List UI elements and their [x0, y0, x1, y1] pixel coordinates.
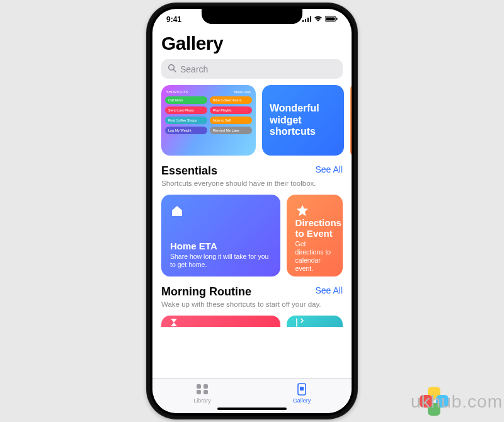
shortcut-card-home-eta[interactable]: Home ETA Share how long it will take for… — [161, 195, 280, 277]
essentials-carousel[interactable]: Home ETA Share how long it will take for… — [161, 195, 343, 277]
svg-rect-14 — [300, 387, 304, 391]
card-title: Directions to Event — [295, 217, 334, 239]
hero-card-wonderful[interactable]: Wonderful widget shortcuts — [262, 85, 344, 156]
grid-icon — [195, 383, 209, 397]
tab-label: Library — [193, 397, 211, 404]
status-time: 9:41 — [166, 15, 181, 24]
svg-rect-2 — [307, 18, 309, 22]
battery-icon — [325, 15, 338, 24]
hourglass-icon — [169, 318, 179, 327]
shortcut-card-directions[interactable]: Directions to Event Get directions to ca… — [287, 195, 343, 277]
widget-pill: Log My Weight — [165, 127, 207, 134]
shortcut-card-morning-2[interactable] — [287, 316, 343, 327]
utensils-icon — [294, 318, 304, 327]
hero-carousel[interactable]: SHORTCUTS Show Less Call Mom Bike to Nex… — [161, 85, 343, 156]
svg-rect-6 — [336, 18, 338, 20]
svg-rect-12 — [203, 390, 208, 394]
widget-pill: Play Playlist — [210, 106, 252, 114]
tab-library[interactable]: Library — [152, 379, 252, 408]
section-subtitle-essentials: Shortcuts everyone should have in their … — [161, 179, 343, 188]
wifi-icon — [314, 15, 323, 24]
screen: 9:41 Gallery — [152, 9, 352, 413]
widget-pill: Bike to Next Event — [210, 96, 252, 104]
card-desc: Share how long it will take for you to g… — [170, 253, 272, 269]
content-area[interactable]: Gallery Search SHORTCUTS Show Less — [152, 30, 352, 378]
section-subtitle-morning: Wake up with these shortcuts to start of… — [161, 300, 343, 309]
widget-pill: Call Mom — [165, 96, 207, 104]
widget-pill: Find Coffee Shops — [165, 117, 207, 124]
morning-carousel[interactable] — [161, 316, 343, 327]
tab-label: Gallery — [293, 397, 311, 404]
widget-header-label: SHORTCUTS — [166, 90, 188, 94]
home-indicator[interactable] — [217, 408, 287, 410]
see-all-essentials[interactable]: See All — [315, 164, 343, 174]
cellular-signal-icon — [302, 15, 311, 24]
tab-gallery[interactable]: Gallery — [252, 379, 352, 408]
svg-rect-11 — [197, 390, 201, 394]
notch — [202, 9, 302, 24]
section-title-morning: Morning Routine — [161, 285, 251, 299]
hero-card-widget-preview[interactable]: SHORTCUTS Show Less Call Mom Bike to Nex… — [161, 85, 256, 156]
search-input[interactable]: Search — [161, 59, 343, 79]
widget-pill: Remind Me Later — [210, 127, 252, 134]
see-all-morning[interactable]: See All — [315, 285, 343, 295]
widget-pill: Send Last Photo — [165, 106, 207, 114]
section-title-essentials: Essentials — [161, 164, 217, 178]
svg-rect-9 — [197, 384, 201, 389]
svg-line-8 — [174, 70, 176, 72]
hero-card-peek[interactable] — [350, 85, 352, 156]
gallery-icon — [295, 383, 309, 397]
shortcut-card-morning-1[interactable] — [161, 316, 280, 327]
svg-rect-10 — [203, 384, 208, 389]
svg-rect-3 — [310, 16, 311, 22]
search-placeholder: Search — [180, 64, 208, 74]
hero-card-title: Wonderful widget shortcuts — [270, 103, 336, 137]
search-icon — [168, 64, 176, 74]
watermark-text: ukhub.com — [411, 392, 503, 412]
svg-rect-5 — [326, 18, 335, 21]
widget-pill: Note to Self — [210, 117, 252, 124]
svg-rect-1 — [305, 19, 306, 22]
widget-show-less: Show Less — [234, 90, 251, 94]
home-icon — [170, 203, 184, 217]
widget-pill-grid: Call Mom Bike to Next Event Send Last Ph… — [165, 96, 252, 134]
card-title: Home ETA — [170, 241, 272, 251]
svg-rect-0 — [302, 20, 304, 22]
page-title: Gallery — [161, 33, 343, 54]
card-desc: Get directions to calendar event. — [295, 240, 334, 273]
star-icon — [295, 203, 309, 217]
phone-frame: 9:41 Gallery — [146, 3, 358, 419]
